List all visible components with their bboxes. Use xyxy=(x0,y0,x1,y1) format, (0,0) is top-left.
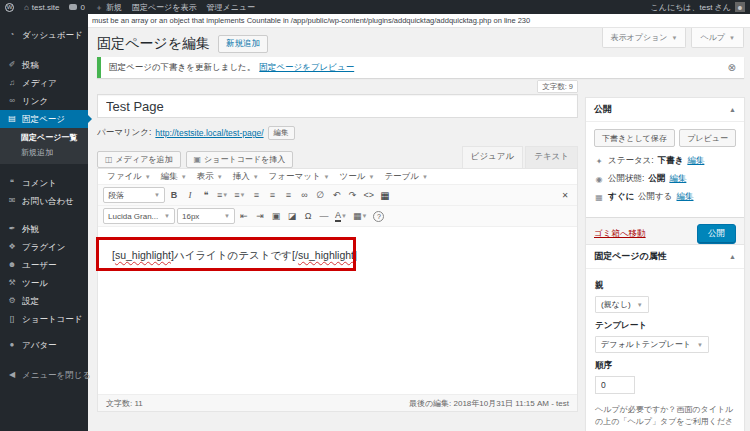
chevron-down-icon: ▼ xyxy=(181,174,187,180)
menu-format[interactable]: フォーマット▼ xyxy=(265,171,334,183)
sidebar-item-dashboard[interactable]: ◔ ダッシュボード xyxy=(0,26,88,44)
align-center-icon[interactable]: ≡ xyxy=(265,187,279,203)
admin-menu-link[interactable]: 管理メニュー xyxy=(201,0,260,14)
sidebar-item-shortcode[interactable]: [] ショートコード xyxy=(0,310,88,328)
preview-page-link[interactable]: 固定ページをプレビュー xyxy=(259,62,354,74)
sidebar-item-users[interactable]: ☻ ユーザー xyxy=(0,256,88,274)
menu-edit[interactable]: 編集▼ xyxy=(157,171,191,183)
new-content-menu[interactable]: ＋ 新規 xyxy=(90,0,127,14)
page-title-input[interactable] xyxy=(97,94,578,118)
align-right-icon[interactable]: ≡ xyxy=(281,187,295,203)
sidebar-item-tools[interactable]: ⚒ ツール xyxy=(0,274,88,292)
attributes-help-text: ヘルプが必要ですか？画面のタイトルの上の「ヘルプ」タブをご利用ください。 xyxy=(595,404,735,431)
redo-icon[interactable]: ↷ xyxy=(345,187,359,203)
collapse-toggle-icon[interactable]: ▲ xyxy=(729,106,736,113)
edit-permalink-button[interactable]: 編集 xyxy=(268,126,295,140)
insert-shortcode-button[interactable]: ▣ ショートコードを挿入 xyxy=(186,151,294,168)
edit-schedule-link[interactable]: 編集 xyxy=(677,191,694,203)
wordpress-logo-icon: W xyxy=(5,3,14,12)
comments-link[interactable]: 0 xyxy=(64,0,89,14)
chevron-down-icon: ▼ xyxy=(672,35,678,41)
font-size-select[interactable]: 16px▼ xyxy=(177,208,235,224)
brackets-icon: [] xyxy=(7,314,17,324)
menu-tools[interactable]: ツール▼ xyxy=(336,171,379,183)
view-page-link[interactable]: 固定ページを表示 xyxy=(127,0,202,14)
toolbar-toggle-icon[interactable]: ▦ xyxy=(378,187,392,203)
screen-options-button[interactable]: 表示オプション ▼ xyxy=(602,28,687,48)
collapse-menu-button[interactable]: ◀ メニューを閉じる xyxy=(0,366,88,384)
special-character-icon[interactable]: Ω xyxy=(301,208,315,224)
edit-visibility-link[interactable]: 編集 xyxy=(669,173,686,185)
help-icon[interactable]: ? xyxy=(371,208,386,224)
submenu-item-add-new[interactable]: 新規追加 xyxy=(0,145,88,160)
edit-status-link[interactable]: 編集 xyxy=(687,155,704,167)
menu-view[interactable]: 表示▼ xyxy=(193,171,227,183)
italic-icon[interactable]: I xyxy=(183,187,197,203)
sidebar-item-contact[interactable]: ✉ お問い合わせ xyxy=(0,192,88,210)
sidebar-item-pages[interactable]: ▤ 固定ページ xyxy=(0,110,88,128)
paste-as-text-icon[interactable]: ▣ xyxy=(269,208,283,224)
tab-visual[interactable]: ビジュアル xyxy=(462,146,524,168)
sidebar-item-appearance[interactable]: ✒ 外観 xyxy=(0,220,88,238)
sidebar-item-links[interactable]: ∞ リンク xyxy=(0,92,88,110)
schedule-bold: すぐに xyxy=(608,191,634,203)
numbered-list-icon[interactable]: ≡▼ xyxy=(232,187,247,203)
site-name-link[interactable]: ⌂ test.site xyxy=(19,0,64,14)
wp-logo-menu[interactable]: W xyxy=(0,0,19,14)
schedule-rest: 公開する xyxy=(638,191,672,203)
sidebar-item-avatar[interactable]: ● アバター xyxy=(0,336,88,354)
outdent-icon[interactable]: ⇤ xyxy=(237,208,251,224)
tab-text[interactable]: テキスト xyxy=(525,146,578,168)
order-input[interactable] xyxy=(595,376,635,394)
text-color-icon[interactable]: A▼ xyxy=(333,208,349,224)
remove-link-icon[interactable]: ∅ xyxy=(313,187,327,203)
table-icon[interactable]: ▦▼ xyxy=(351,208,369,224)
sidebar-item-plugins[interactable]: ❖ プラグイン xyxy=(0,238,88,256)
publish-box: 公開 ▲ 下書きとして保存 プレビュー ✦ ステータス: 下書き 編集 ◉ 公開… xyxy=(585,97,745,251)
bullet-list-icon[interactable]: ≡▼ xyxy=(215,187,230,203)
align-left-icon[interactable]: ≡ xyxy=(249,187,263,203)
paragraph-format-select[interactable]: 段落▼ xyxy=(103,187,165,203)
chevron-down-icon: ▼ xyxy=(368,174,374,180)
collapse-toggle-icon[interactable]: ▲ xyxy=(729,253,736,260)
preview-button[interactable]: プレビュー xyxy=(679,129,736,147)
pages-icon: ▤ xyxy=(7,114,17,124)
menu-table[interactable]: テーブル▼ xyxy=(380,171,432,183)
permalink-url-link[interactable]: http://testsite.local/test-page/ xyxy=(155,128,263,138)
add-media-button[interactable]: ◫ メディアを追加 xyxy=(97,151,181,168)
dismiss-notice-icon[interactable]: ⊗ xyxy=(728,63,736,73)
distraction-free-icon[interactable]: ✕ xyxy=(558,187,572,203)
bold-icon[interactable]: B xyxy=(167,187,181,203)
chevron-down-icon: ▼ xyxy=(729,35,735,41)
pushpin-icon: ✐ xyxy=(7,60,17,70)
add-new-button[interactable]: 新規追加 xyxy=(218,35,268,53)
horizontal-rule-icon[interactable]: — xyxy=(317,208,331,224)
menu-file[interactable]: ファイル▼ xyxy=(103,171,155,183)
avatar: ☻ xyxy=(735,2,745,12)
save-draft-button[interactable]: 下書きとして保存 xyxy=(594,129,675,147)
chevron-down-icon: ▼ xyxy=(224,213,230,219)
user-icon: ☻ xyxy=(7,260,17,270)
font-family-select[interactable]: Lucida Gran...▼ xyxy=(103,208,175,224)
howdy-greeting[interactable]: こんにちは、test さん xyxy=(651,2,731,13)
template-select[interactable]: デフォルトテンプレート ▼ xyxy=(595,336,709,353)
insert-link-icon[interactable]: ∞ xyxy=(297,187,311,203)
publish-button[interactable]: 公開 xyxy=(697,224,736,244)
sidebar-item-comments[interactable]: ❝ コメント xyxy=(0,174,88,192)
indent-icon[interactable]: ⇥ xyxy=(253,208,267,224)
submenu-item-all-pages[interactable]: 固定ページ一覧 xyxy=(0,130,88,145)
parent-select[interactable]: (親なし) ▼ xyxy=(595,296,649,313)
sidebar-item-settings[interactable]: ⚙ 設定 xyxy=(0,292,88,310)
help-button[interactable]: ヘルプ ▼ xyxy=(691,28,744,48)
editor-content-area[interactable]: [su_highlight]ハイライトのテストです[/su_highlight] xyxy=(98,227,577,394)
sidebar-item-media[interactable]: ♫ メディア xyxy=(0,74,88,92)
undo-icon[interactable]: ↶ xyxy=(329,187,343,203)
code-icon[interactable]: <> xyxy=(361,187,376,203)
blockquote-icon[interactable]: ❝ xyxy=(199,187,213,203)
sidebar-item-posts[interactable]: ✐ 投稿 xyxy=(0,56,88,74)
clear-formatting-icon[interactable]: ◪ xyxy=(285,208,299,224)
move-to-trash-link[interactable]: ゴミ箱へ移動 xyxy=(594,228,646,240)
draft-updated-notice: 固定ページの下書きを更新しました。 固定ページをプレビュー ⊗ xyxy=(97,57,744,78)
editor-char-count: 文字数: 11 xyxy=(106,398,143,409)
menu-insert[interactable]: 挿入▼ xyxy=(229,171,263,183)
